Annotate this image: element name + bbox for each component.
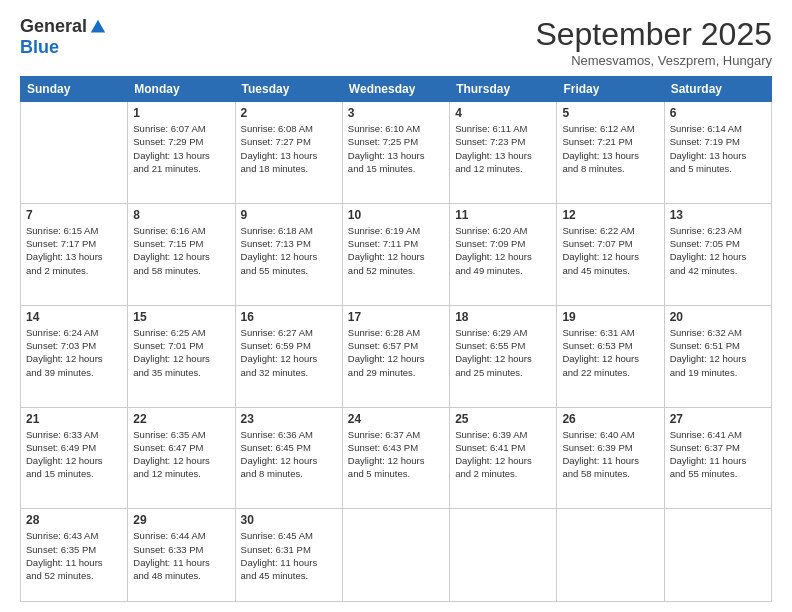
table-row: 5Sunrise: 6:12 AMSunset: 7:21 PMDaylight… bbox=[557, 102, 664, 204]
table-row: 8Sunrise: 6:16 AMSunset: 7:15 PMDaylight… bbox=[128, 203, 235, 305]
table-row: 26Sunrise: 6:40 AMSunset: 6:39 PMDayligh… bbox=[557, 407, 664, 509]
day-info: Sunrise: 6:23 AMSunset: 7:05 PMDaylight:… bbox=[670, 224, 766, 277]
table-row bbox=[342, 509, 449, 602]
day-number: 12 bbox=[562, 208, 658, 222]
day-number: 27 bbox=[670, 412, 766, 426]
table-row: 17Sunrise: 6:28 AMSunset: 6:57 PMDayligh… bbox=[342, 305, 449, 407]
day-info: Sunrise: 6:20 AMSunset: 7:09 PMDaylight:… bbox=[455, 224, 551, 277]
day-info: Sunrise: 6:39 AMSunset: 6:41 PMDaylight:… bbox=[455, 428, 551, 481]
table-row: 9Sunrise: 6:18 AMSunset: 7:13 PMDaylight… bbox=[235, 203, 342, 305]
col-sunday: Sunday bbox=[21, 77, 128, 102]
col-monday: Monday bbox=[128, 77, 235, 102]
day-info: Sunrise: 6:14 AMSunset: 7:19 PMDaylight:… bbox=[670, 122, 766, 175]
col-friday: Friday bbox=[557, 77, 664, 102]
day-number: 30 bbox=[241, 513, 337, 527]
table-row: 22Sunrise: 6:35 AMSunset: 6:47 PMDayligh… bbox=[128, 407, 235, 509]
day-number: 15 bbox=[133, 310, 229, 324]
day-number: 13 bbox=[670, 208, 766, 222]
day-info: Sunrise: 6:25 AMSunset: 7:01 PMDaylight:… bbox=[133, 326, 229, 379]
month-title: September 2025 bbox=[535, 16, 772, 53]
day-info: Sunrise: 6:44 AMSunset: 6:33 PMDaylight:… bbox=[133, 529, 229, 582]
day-info: Sunrise: 6:33 AMSunset: 6:49 PMDaylight:… bbox=[26, 428, 122, 481]
day-number: 5 bbox=[562, 106, 658, 120]
table-row: 15Sunrise: 6:25 AMSunset: 7:01 PMDayligh… bbox=[128, 305, 235, 407]
day-number: 11 bbox=[455, 208, 551, 222]
day-info: Sunrise: 6:19 AMSunset: 7:11 PMDaylight:… bbox=[348, 224, 444, 277]
day-number: 14 bbox=[26, 310, 122, 324]
day-number: 6 bbox=[670, 106, 766, 120]
table-row: 16Sunrise: 6:27 AMSunset: 6:59 PMDayligh… bbox=[235, 305, 342, 407]
table-row: 7Sunrise: 6:15 AMSunset: 7:17 PMDaylight… bbox=[21, 203, 128, 305]
col-thursday: Thursday bbox=[450, 77, 557, 102]
day-number: 20 bbox=[670, 310, 766, 324]
day-info: Sunrise: 6:08 AMSunset: 7:27 PMDaylight:… bbox=[241, 122, 337, 175]
day-number: 2 bbox=[241, 106, 337, 120]
day-info: Sunrise: 6:11 AMSunset: 7:23 PMDaylight:… bbox=[455, 122, 551, 175]
day-info: Sunrise: 6:45 AMSunset: 6:31 PMDaylight:… bbox=[241, 529, 337, 582]
table-row: 12Sunrise: 6:22 AMSunset: 7:07 PMDayligh… bbox=[557, 203, 664, 305]
table-row: 25Sunrise: 6:39 AMSunset: 6:41 PMDayligh… bbox=[450, 407, 557, 509]
logo-general-text: General bbox=[20, 16, 87, 37]
day-number: 24 bbox=[348, 412, 444, 426]
col-wednesday: Wednesday bbox=[342, 77, 449, 102]
day-info: Sunrise: 6:12 AMSunset: 7:21 PMDaylight:… bbox=[562, 122, 658, 175]
day-info: Sunrise: 6:28 AMSunset: 6:57 PMDaylight:… bbox=[348, 326, 444, 379]
logo: General Blue bbox=[20, 16, 107, 58]
col-tuesday: Tuesday bbox=[235, 77, 342, 102]
day-info: Sunrise: 6:35 AMSunset: 6:47 PMDaylight:… bbox=[133, 428, 229, 481]
calendar-header-row: Sunday Monday Tuesday Wednesday Thursday… bbox=[21, 77, 772, 102]
day-number: 23 bbox=[241, 412, 337, 426]
page: General Blue September 2025 Nemesvamos, … bbox=[0, 0, 792, 612]
day-number: 25 bbox=[455, 412, 551, 426]
day-number: 16 bbox=[241, 310, 337, 324]
day-info: Sunrise: 6:29 AMSunset: 6:55 PMDaylight:… bbox=[455, 326, 551, 379]
calendar-table: Sunday Monday Tuesday Wednesday Thursday… bbox=[20, 76, 772, 602]
table-row: 20Sunrise: 6:32 AMSunset: 6:51 PMDayligh… bbox=[664, 305, 771, 407]
day-info: Sunrise: 6:40 AMSunset: 6:39 PMDaylight:… bbox=[562, 428, 658, 481]
day-info: Sunrise: 6:31 AMSunset: 6:53 PMDaylight:… bbox=[562, 326, 658, 379]
table-row: 2Sunrise: 6:08 AMSunset: 7:27 PMDaylight… bbox=[235, 102, 342, 204]
logo-blue-text: Blue bbox=[20, 37, 59, 58]
day-info: Sunrise: 6:36 AMSunset: 6:45 PMDaylight:… bbox=[241, 428, 337, 481]
col-saturday: Saturday bbox=[664, 77, 771, 102]
day-number: 9 bbox=[241, 208, 337, 222]
header: General Blue September 2025 Nemesvamos, … bbox=[20, 16, 772, 68]
day-number: 19 bbox=[562, 310, 658, 324]
table-row: 29Sunrise: 6:44 AMSunset: 6:33 PMDayligh… bbox=[128, 509, 235, 602]
day-number: 8 bbox=[133, 208, 229, 222]
table-row: 21Sunrise: 6:33 AMSunset: 6:49 PMDayligh… bbox=[21, 407, 128, 509]
day-number: 29 bbox=[133, 513, 229, 527]
table-row: 14Sunrise: 6:24 AMSunset: 7:03 PMDayligh… bbox=[21, 305, 128, 407]
day-info: Sunrise: 6:15 AMSunset: 7:17 PMDaylight:… bbox=[26, 224, 122, 277]
table-row: 1Sunrise: 6:07 AMSunset: 7:29 PMDaylight… bbox=[128, 102, 235, 204]
day-number: 3 bbox=[348, 106, 444, 120]
title-section: September 2025 Nemesvamos, Veszprem, Hun… bbox=[535, 16, 772, 68]
table-row: 24Sunrise: 6:37 AMSunset: 6:43 PMDayligh… bbox=[342, 407, 449, 509]
table-row: 23Sunrise: 6:36 AMSunset: 6:45 PMDayligh… bbox=[235, 407, 342, 509]
table-row: 18Sunrise: 6:29 AMSunset: 6:55 PMDayligh… bbox=[450, 305, 557, 407]
table-row: 3Sunrise: 6:10 AMSunset: 7:25 PMDaylight… bbox=[342, 102, 449, 204]
location: Nemesvamos, Veszprem, Hungary bbox=[535, 53, 772, 68]
table-row bbox=[21, 102, 128, 204]
table-row: 10Sunrise: 6:19 AMSunset: 7:11 PMDayligh… bbox=[342, 203, 449, 305]
day-number: 28 bbox=[26, 513, 122, 527]
table-row: 13Sunrise: 6:23 AMSunset: 7:05 PMDayligh… bbox=[664, 203, 771, 305]
logo-icon bbox=[89, 18, 107, 36]
table-row: 28Sunrise: 6:43 AMSunset: 6:35 PMDayligh… bbox=[21, 509, 128, 602]
day-info: Sunrise: 6:32 AMSunset: 6:51 PMDaylight:… bbox=[670, 326, 766, 379]
day-info: Sunrise: 6:18 AMSunset: 7:13 PMDaylight:… bbox=[241, 224, 337, 277]
day-info: Sunrise: 6:41 AMSunset: 6:37 PMDaylight:… bbox=[670, 428, 766, 481]
day-number: 26 bbox=[562, 412, 658, 426]
day-info: Sunrise: 6:07 AMSunset: 7:29 PMDaylight:… bbox=[133, 122, 229, 175]
table-row: 11Sunrise: 6:20 AMSunset: 7:09 PMDayligh… bbox=[450, 203, 557, 305]
day-info: Sunrise: 6:24 AMSunset: 7:03 PMDaylight:… bbox=[26, 326, 122, 379]
day-info: Sunrise: 6:27 AMSunset: 6:59 PMDaylight:… bbox=[241, 326, 337, 379]
day-number: 4 bbox=[455, 106, 551, 120]
table-row: 6Sunrise: 6:14 AMSunset: 7:19 PMDaylight… bbox=[664, 102, 771, 204]
table-row bbox=[450, 509, 557, 602]
day-info: Sunrise: 6:16 AMSunset: 7:15 PMDaylight:… bbox=[133, 224, 229, 277]
table-row: 27Sunrise: 6:41 AMSunset: 6:37 PMDayligh… bbox=[664, 407, 771, 509]
table-row: 4Sunrise: 6:11 AMSunset: 7:23 PMDaylight… bbox=[450, 102, 557, 204]
day-number: 17 bbox=[348, 310, 444, 324]
day-info: Sunrise: 6:43 AMSunset: 6:35 PMDaylight:… bbox=[26, 529, 122, 582]
